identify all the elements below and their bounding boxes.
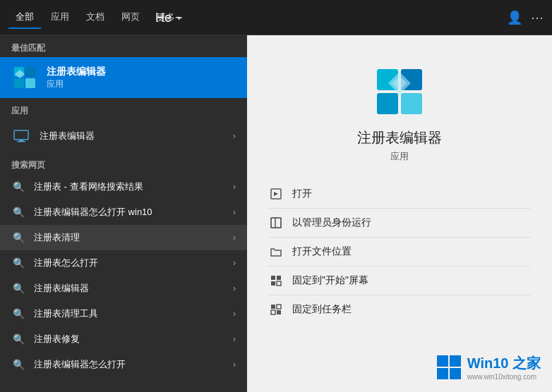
watermark-title-accent: 之家 [508, 355, 541, 371]
watermark-title-main: Win10 [467, 355, 509, 371]
search-item-3[interactable]: 🔍 注册表怎么打开 › [0, 250, 247, 276]
best-match-item[interactable]: 注册表编辑器 应用 [0, 57, 247, 98]
tab-apps[interactable]: 应用 [44, 6, 76, 29]
search-query-area: He ~ [155, 0, 183, 35]
folder-icon [268, 244, 284, 259]
action-open-location-text: 打开文件位置 [292, 245, 352, 258]
search-item-2[interactable]: 🔍 注册表清理 › [0, 225, 247, 250]
main-container: 最佳匹配 注册表编辑器 应用 应用 [0, 35, 552, 392]
watermark-url: www.win10xitong.com [467, 373, 541, 381]
svg-rect-3 [25, 78, 35, 88]
search-circle-icon-0: 🔍 [11, 180, 25, 194]
action-pin-taskbar[interactable]: 固定到任务栏 [268, 295, 531, 324]
svg-rect-19 [277, 276, 281, 280]
search-web-label: 搜索网页 [0, 152, 247, 174]
best-match-text: 注册表编辑器 应用 [47, 66, 106, 90]
action-admin-text: 以管理员身份运行 [292, 216, 371, 229]
search-item-4[interactable]: 🔍 注册表编辑器 › [0, 276, 247, 301]
search-item-text-0: 注册表 - 查看网络搜索结果 [34, 180, 233, 193]
app-item-registry[interactable]: 注册表编辑器 › [0, 120, 247, 152]
app-big-icon [371, 63, 428, 120]
arrow-icon-7: › [233, 360, 236, 369]
arrow-icon-5: › [233, 309, 236, 319]
watermark-title: Win10 之家 [467, 354, 541, 373]
svg-rect-26 [437, 355, 448, 367]
svg-rect-28 [437, 368, 448, 379]
search-item-text-7: 注册表编辑器怎么打开 [34, 358, 233, 371]
svg-rect-10 [377, 93, 398, 114]
action-pin-taskbar-text: 固定到任务栏 [292, 303, 352, 316]
left-panel: 最佳匹配 注册表编辑器 应用 应用 [0, 35, 247, 392]
windows-logo-icon [436, 355, 462, 380]
svg-rect-29 [450, 368, 461, 379]
action-open-text: 打开 [292, 188, 312, 200]
app-big-type: 应用 [390, 150, 409, 163]
svg-rect-6 [19, 140, 23, 141]
svg-rect-22 [271, 305, 275, 309]
search-circle-icon-4: 🔍 [11, 281, 25, 295]
best-match-subtitle: 应用 [47, 78, 106, 90]
svg-rect-5 [14, 130, 28, 140]
app-big-name: 注册表编辑器 [357, 128, 442, 147]
registry-editor-icon-large [11, 64, 38, 91]
svg-rect-17 [275, 218, 281, 228]
tab-docs[interactable]: 文档 [79, 6, 112, 29]
svg-rect-15 [271, 218, 281, 228]
right-panel: 注册表编辑器 应用 打开 [247, 35, 552, 392]
arrow-icon-1: › [233, 207, 236, 217]
search-item-7[interactable]: 🔍 注册表编辑器怎么打开 › [0, 352, 247, 377]
action-open-location[interactable]: 打开文件位置 [268, 238, 531, 267]
action-pin-start[interactable]: 固定到"开始"屏幕 [268, 267, 531, 295]
admin-icon [268, 215, 284, 231]
search-circle-icon-3: 🔍 [11, 256, 25, 270]
watermark-text-area: Win10 之家 www.win10xitong.com [467, 354, 541, 381]
pin-taskbar-icon [268, 302, 284, 317]
search-bar-right: 👤 ⋯ [507, 10, 544, 25]
search-item-text-1: 注册表编辑器怎么打开 win10 [34, 206, 233, 219]
user-icon[interactable]: 👤 [507, 10, 522, 25]
more-options-icon[interactable]: ⋯ [531, 10, 544, 25]
search-query-text: He ~ [155, 11, 183, 25]
action-list: 打开 以管理员身份运行 打开文件位置 [247, 180, 552, 324]
best-match-label: 最佳匹配 [0, 35, 247, 57]
arrow-icon-3: › [233, 258, 236, 268]
arrow-icon-6: › [233, 334, 236, 344]
svg-rect-24 [271, 310, 275, 314]
search-item-text-4: 注册表编辑器 [34, 282, 233, 295]
svg-rect-18 [271, 276, 275, 280]
search-item-6[interactable]: 🔍 注册表修复 › [0, 326, 247, 352]
open-icon [268, 186, 284, 202]
svg-rect-25 [277, 310, 281, 314]
search-item-1[interactable]: 🔍 注册表编辑器怎么打开 win10 › [0, 200, 247, 225]
search-circle-icon-6: 🔍 [11, 332, 25, 346]
search-circle-icon-2: 🔍 [11, 231, 25, 245]
svg-rect-11 [401, 93, 422, 114]
pin-start-icon [268, 273, 284, 288]
search-circle-icon-5: 🔍 [11, 307, 25, 321]
svg-rect-1 [25, 67, 35, 77]
search-item-5[interactable]: 🔍 注册表清理工具 › [0, 301, 247, 326]
arrow-icon: › [233, 131, 236, 141]
action-admin[interactable]: 以管理员身份运行 [268, 209, 531, 238]
svg-rect-21 [277, 281, 281, 286]
svg-rect-23 [277, 305, 281, 309]
watermark: Win10 之家 www.win10xitong.com [436, 354, 541, 381]
search-item-0[interactable]: 🔍 注册表 - 查看网络搜索结果 › [0, 174, 247, 200]
svg-rect-20 [271, 281, 275, 286]
tab-web[interactable]: 网页 [114, 6, 147, 29]
search-tabs: 全部 应用 文档 网页 更多 [8, 6, 507, 29]
search-item-text-3: 注册表怎么打开 [34, 257, 233, 269]
arrow-icon-0: › [233, 182, 236, 192]
search-item-text-2: 注册表清理 [34, 231, 233, 244]
svg-rect-27 [450, 355, 461, 367]
search-circle-icon-7: 🔍 [11, 357, 25, 372]
best-match-title: 注册表编辑器 [47, 66, 106, 78]
action-open[interactable]: 打开 [268, 180, 531, 209]
svg-rect-7 [17, 141, 25, 142]
search-item-text-6: 注册表修复 [34, 333, 233, 345]
action-pin-start-text: 固定到"开始"屏幕 [292, 274, 368, 287]
apps-section-label: 应用 [0, 98, 247, 120]
arrow-icon-2: › [233, 233, 236, 243]
arrow-icon-4: › [233, 283, 236, 293]
tab-all[interactable]: 全部 [8, 6, 41, 29]
